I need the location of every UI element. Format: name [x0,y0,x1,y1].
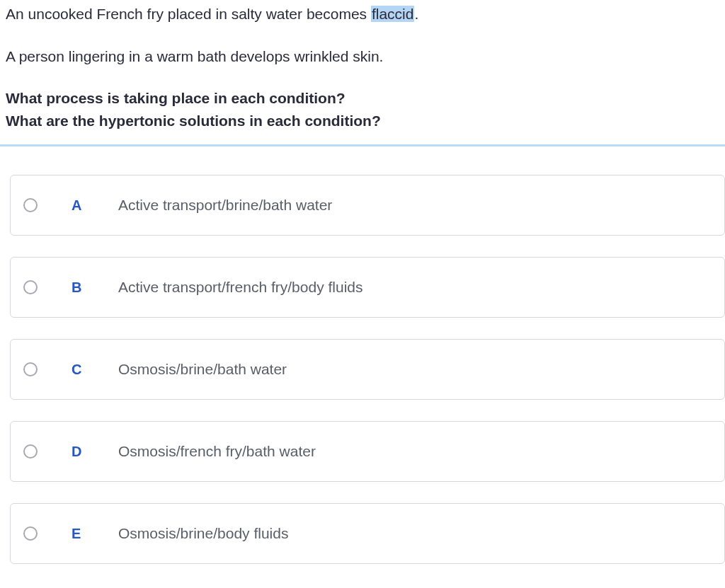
question-line-2: A person lingering in a warm bath develo… [6,45,719,68]
option-a[interactable]: A Active transport/brine/bath water [10,175,725,236]
option-letter: D [72,444,91,460]
option-text: Active transport/brine/bath water [118,197,332,214]
question-line-1-suffix: . [414,6,418,22]
option-b[interactable]: B Active transport/french fry/body fluid… [10,257,725,318]
radio-icon[interactable] [23,198,38,212]
radio-icon[interactable] [23,362,38,376]
question-prompt: What process is taking place in each con… [6,87,719,132]
question-text-block: An uncooked French fry placed in salty w… [0,0,725,132]
option-c[interactable]: C Osmosis/brine/bath water [10,339,725,400]
question-line-4: What are the hypertonic solutions in eac… [6,113,381,129]
option-letter: E [72,526,91,542]
option-text: Active transport/french fry/body fluids [118,279,363,296]
option-text: Osmosis/brine/body fluids [118,525,288,542]
option-text: Osmosis/french fry/bath water [118,443,316,460]
highlighted-word: flaccid [371,6,415,22]
option-d[interactable]: D Osmosis/french fry/bath water [10,421,725,482]
option-text: Osmosis/brine/bath water [118,361,287,378]
radio-icon[interactable] [23,280,38,294]
question-line-1: An uncooked French fry placed in salty w… [6,3,719,25]
option-letter: A [72,197,91,214]
options-container: A Active transport/brine/bath water B Ac… [0,146,725,564]
radio-icon[interactable] [23,526,38,541]
question-line-1-prefix: An uncooked French fry placed in salty w… [6,6,371,22]
option-letter: B [72,279,91,296]
option-e[interactable]: E Osmosis/brine/body fluids [10,503,725,564]
option-letter: C [72,362,91,378]
radio-icon[interactable] [23,444,38,459]
question-line-3: What process is taking place in each con… [6,90,346,106]
